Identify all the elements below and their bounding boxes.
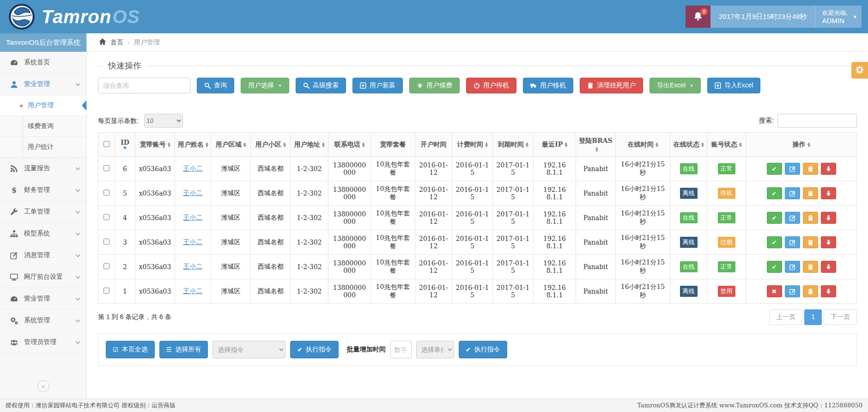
prev-page-button[interactable]: 上一页	[769, 309, 802, 325]
chevron-down-icon	[75, 273, 80, 281]
delete-user-button[interactable]	[803, 212, 818, 224]
select-all-page-button[interactable]: ☑ 本页全选	[106, 341, 155, 358]
row-checkbox[interactable]	[103, 288, 109, 294]
download-user-button[interactable]	[821, 285, 836, 297]
sidebar-item-3[interactable]: $ 财务管理	[0, 179, 86, 201]
sidebar-item-5[interactable]: 模型系统	[0, 223, 86, 245]
column-header-6[interactable]: 联系电话▲▼	[328, 133, 371, 157]
sidebar-item-7[interactable]: 网厅前台设置	[0, 266, 86, 288]
download-user-button[interactable]	[821, 163, 836, 175]
column-header-14[interactable]: 在线状态▲▼	[670, 133, 707, 157]
sidebar-subitem-1[interactable]: 续费查询	[0, 116, 86, 137]
download-user-button[interactable]	[821, 261, 836, 273]
edit-user-button[interactable]	[785, 285, 800, 297]
edit-user-button[interactable]	[785, 212, 800, 224]
enable-user-button[interactable]: ✔	[767, 187, 782, 199]
advanced-search-button[interactable]: 高级搜索	[296, 78, 346, 93]
combined-query-input[interactable]	[98, 78, 190, 93]
disable-user-button[interactable]: ✖	[767, 285, 782, 297]
user-name-link[interactable]: 王小二	[183, 214, 203, 221]
user-name-link[interactable]: 王小二	[183, 165, 203, 172]
sidebar-subitem-0[interactable]: » 用户管理	[0, 95, 86, 116]
time-unit-select[interactable]: 选择单位	[416, 341, 454, 358]
select-all-button[interactable]: ☰ 选择所有	[159, 341, 208, 358]
check-square-icon: ☑	[113, 346, 119, 353]
bulk-time-number-input[interactable]	[390, 341, 412, 358]
column-header-4[interactable]: 用户小区▲▼	[251, 133, 291, 157]
user-name-link[interactable]: 王小二	[183, 238, 203, 246]
edit-user-button[interactable]	[785, 261, 800, 273]
sidebar-item-4[interactable]: 工单管理	[0, 201, 86, 223]
execute-bulk-time-button[interactable]: ✔ 执行指令	[459, 341, 507, 358]
next-page-button[interactable]: 下一页	[824, 309, 857, 325]
column-header-2[interactable]: 用户姓名▲▼	[175, 133, 211, 157]
row-checkbox[interactable]	[103, 165, 109, 171]
edit-user-button[interactable]	[785, 163, 800, 175]
column-header-3[interactable]: 用户区域▲▼	[211, 133, 251, 157]
cleanup-dead-users-button[interactable]: 清理挂死用户	[580, 78, 643, 93]
enable-user-button[interactable]: ✔	[767, 261, 782, 273]
command-select[interactable]: 选择指令	[212, 341, 285, 358]
column-header-8[interactable]: 开户时间	[415, 133, 452, 157]
column-header-10[interactable]: 到期时间▲▼	[493, 133, 534, 157]
user-name-link[interactable]: 王小二	[183, 189, 203, 197]
delete-user-button[interactable]	[803, 285, 818, 297]
row-checkbox[interactable]	[103, 190, 109, 196]
page-1-button[interactable]: 1	[804, 309, 822, 325]
column-header-15[interactable]: 账号状态▲▼	[707, 133, 746, 157]
select-all-checkbox[interactable]	[103, 141, 109, 147]
edit-user-button[interactable]	[785, 236, 800, 248]
enable-user-button[interactable]: ✔	[767, 236, 782, 248]
notifications-button[interactable]: 8	[686, 6, 710, 28]
delete-user-button[interactable]	[803, 187, 818, 199]
move-user-button[interactable]: 用户移机	[523, 78, 573, 93]
download-user-button[interactable]	[821, 212, 836, 224]
enable-user-button[interactable]: ✔	[767, 212, 782, 224]
row-checkbox[interactable]	[103, 263, 109, 269]
breadcrumb-home[interactable]: 首页	[110, 38, 123, 47]
sidebar-item-9[interactable]: 系统管理	[0, 310, 86, 332]
download-user-button[interactable]	[821, 236, 836, 248]
column-header-9[interactable]: 计费时间▲▼	[452, 133, 493, 157]
user-name-link[interactable]: 王小二	[183, 263, 203, 270]
search-button[interactable]: 查询	[197, 78, 234, 93]
delete-user-button[interactable]	[803, 163, 818, 175]
column-header-11[interactable]: 最近IP▲▼	[534, 133, 576, 157]
import-excel-button[interactable]: 导入Excel	[707, 78, 760, 93]
renew-user-button[interactable]: ¥用户续费	[409, 78, 460, 93]
suspend-user-button[interactable]: 用户停机	[466, 78, 516, 93]
sidebar-item-6[interactable]: 消息管理	[0, 245, 86, 266]
new-user-button[interactable]: 用户新装	[352, 78, 403, 93]
row-checkbox[interactable]	[103, 239, 109, 245]
sidebar-subitem-2[interactable]: 用户统计	[0, 137, 86, 158]
download-user-button[interactable]	[821, 187, 836, 199]
enable-user-button[interactable]: ✔	[767, 163, 782, 175]
export-excel-button[interactable]: 导出Excel▼	[649, 78, 701, 93]
execute-command-button[interactable]: ✔ 执行指令	[290, 341, 339, 358]
sidebar-item-2[interactable]: 流量报告	[0, 158, 86, 179]
column-header-5[interactable]: 用户地址▲▼	[291, 133, 328, 157]
cell-online-status: 离线	[670, 230, 707, 255]
row-checkbox[interactable]	[103, 214, 109, 220]
column-header-13[interactable]: 在线时间▲▼	[616, 133, 670, 157]
sidebar-item-10[interactable]: 管理员管理	[0, 332, 86, 353]
column-header-12[interactable]: 登陆BRAS▲▼	[576, 133, 616, 157]
admin-menu[interactable]: 欢迎光临, ADMIN ▼	[815, 6, 862, 28]
column-header-1[interactable]: 宽带账号▲▼	[135, 133, 175, 157]
column-header-16[interactable]: 操作▲▼	[746, 133, 857, 157]
sidebar-item-0[interactable]: 系统首页	[0, 52, 86, 74]
settings-flyout-button[interactable]	[851, 62, 868, 79]
sidebar-collapse-button[interactable]: «	[37, 380, 49, 392]
sidebar-item-8[interactable]: 营业管理	[0, 288, 86, 310]
column-header-7[interactable]: 宽带套餐	[371, 133, 415, 157]
user-name-link[interactable]: 王小二	[183, 287, 203, 295]
edit-user-button[interactable]	[785, 187, 800, 199]
delete-user-button[interactable]	[803, 261, 818, 273]
cell-online-time: 16小时21分15秒	[616, 157, 670, 181]
user-select-button[interactable]: 用户选择▼	[241, 78, 289, 93]
table-search-input[interactable]	[777, 114, 857, 128]
sidebar-item-1[interactable]: 营业管理	[0, 74, 86, 95]
page-size-select[interactable]: 10	[144, 114, 183, 128]
column-header-0[interactable]: ID▼	[115, 133, 135, 157]
delete-user-button[interactable]	[803, 236, 818, 248]
